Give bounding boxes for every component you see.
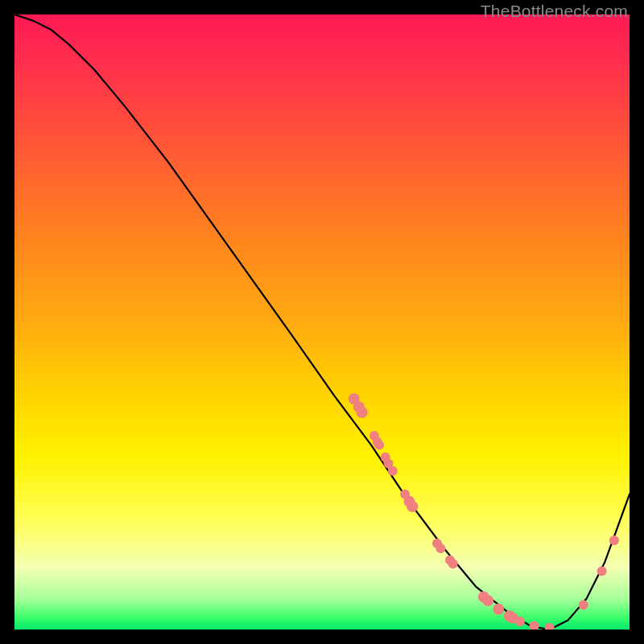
data-point	[493, 604, 504, 615]
data-point	[515, 617, 525, 626]
data-point	[609, 535, 619, 545]
data-point	[530, 621, 539, 630]
data-point	[374, 440, 384, 450]
curve-line	[14, 14, 630, 630]
plot-area	[14, 14, 630, 630]
data-point	[407, 501, 418, 512]
data-point	[436, 543, 445, 553]
chart-svg	[14, 14, 630, 630]
data-point	[579, 600, 588, 609]
data-point	[448, 559, 458, 568]
data-point	[388, 466, 398, 476]
data-points	[349, 394, 619, 630]
data-point	[597, 566, 607, 576]
watermark-text: TheBottleneck.com	[481, 2, 628, 21]
data-point	[545, 623, 555, 630]
data-point	[357, 407, 368, 418]
data-point	[482, 595, 493, 606]
chart-container: TheBottleneck.com	[0, 0, 644, 644]
